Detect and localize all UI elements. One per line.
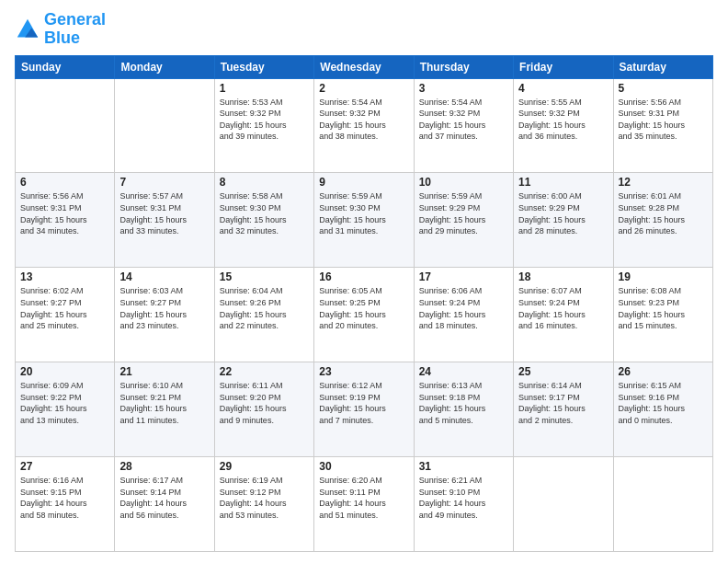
day-info: Sunrise: 6:21 AM Sunset: 9:10 PM Dayligh… (419, 475, 508, 521)
day-number: 2 (319, 82, 408, 95)
day-info: Sunrise: 6:07 AM Sunset: 9:24 PM Dayligh… (518, 285, 608, 331)
day-number: 27 (20, 460, 109, 473)
calendar-cell: 20Sunrise: 6:09 AM Sunset: 9:22 PM Dayli… (16, 362, 115, 457)
day-info: Sunrise: 6:14 AM Sunset: 9:17 PM Dayligh… (518, 380, 608, 426)
day-number: 4 (518, 82, 608, 95)
calendar-cell: 4Sunrise: 5:55 AM Sunset: 9:32 PM Daylig… (514, 78, 613, 173)
day-info: Sunrise: 6:02 AM Sunset: 9:27 PM Dayligh… (20, 285, 109, 331)
calendar-cell: 11Sunrise: 6:00 AM Sunset: 9:29 PM Dayli… (514, 173, 613, 268)
day-number: 28 (119, 460, 209, 473)
day-info: Sunrise: 6:17 AM Sunset: 9:14 PM Dayligh… (119, 475, 209, 521)
day-info: Sunrise: 5:58 AM Sunset: 9:30 PM Dayligh… (220, 190, 309, 236)
calendar-cell: 19Sunrise: 6:08 AM Sunset: 9:23 PM Dayli… (613, 268, 712, 362)
calendar-cell: 21Sunrise: 6:10 AM Sunset: 9:21 PM Dayli… (115, 362, 214, 457)
week-row-5: 27Sunrise: 6:16 AM Sunset: 9:15 PM Dayli… (16, 457, 713, 552)
day-info: Sunrise: 5:56 AM Sunset: 9:31 PM Dayligh… (20, 190, 109, 236)
calendar-cell: 9Sunrise: 5:59 AM Sunset: 9:30 PM Daylig… (314, 173, 414, 268)
calendar-cell (613, 457, 712, 552)
calendar-cell: 3Sunrise: 5:54 AM Sunset: 9:32 PM Daylig… (414, 78, 513, 173)
header: General Blue (15, 11, 713, 48)
day-info: Sunrise: 5:54 AM Sunset: 9:32 PM Dayligh… (419, 97, 508, 143)
logo: General Blue (15, 11, 106, 48)
page: General Blue SundayMondayTuesdayWednesda… (0, 0, 728, 563)
day-number: 8 (220, 176, 309, 189)
day-info: Sunrise: 6:12 AM Sunset: 9:19 PM Dayligh… (319, 380, 408, 426)
weekday-header-wednesday: Wednesday (314, 55, 414, 78)
week-row-2: 6Sunrise: 5:56 AM Sunset: 9:31 PM Daylig… (16, 173, 713, 268)
day-info: Sunrise: 5:57 AM Sunset: 9:31 PM Dayligh… (119, 190, 209, 236)
day-number: 12 (619, 176, 708, 189)
day-info: Sunrise: 5:55 AM Sunset: 9:32 PM Dayligh… (518, 97, 608, 143)
day-number: 6 (20, 176, 109, 189)
calendar-cell: 2Sunrise: 5:54 AM Sunset: 9:32 PM Daylig… (314, 78, 414, 173)
calendar-cell: 27Sunrise: 6:16 AM Sunset: 9:15 PM Dayli… (16, 457, 115, 552)
logo-text: General Blue (44, 11, 106, 48)
day-number: 18 (518, 270, 608, 283)
day-info: Sunrise: 6:11 AM Sunset: 9:20 PM Dayligh… (220, 380, 309, 426)
calendar-cell: 25Sunrise: 6:14 AM Sunset: 9:17 PM Dayli… (514, 362, 613, 457)
day-info: Sunrise: 6:08 AM Sunset: 9:23 PM Dayligh… (619, 285, 708, 331)
day-info: Sunrise: 6:09 AM Sunset: 9:22 PM Dayligh… (20, 380, 109, 426)
day-number: 15 (220, 270, 309, 283)
day-info: Sunrise: 5:59 AM Sunset: 9:30 PM Dayligh… (319, 190, 408, 236)
weekday-header-tuesday: Tuesday (214, 55, 313, 78)
day-number: 19 (619, 270, 708, 283)
calendar-cell: 28Sunrise: 6:17 AM Sunset: 9:14 PM Dayli… (115, 457, 214, 552)
calendar-cell: 6Sunrise: 5:56 AM Sunset: 9:31 PM Daylig… (16, 173, 115, 268)
week-row-3: 13Sunrise: 6:02 AM Sunset: 9:27 PM Dayli… (16, 268, 713, 362)
day-info: Sunrise: 5:59 AM Sunset: 9:29 PM Dayligh… (419, 190, 508, 236)
logo-icon (15, 17, 40, 42)
day-info: Sunrise: 6:05 AM Sunset: 9:25 PM Dayligh… (319, 285, 408, 331)
calendar-cell: 15Sunrise: 6:04 AM Sunset: 9:26 PM Dayli… (214, 268, 313, 362)
weekday-header-monday: Monday (115, 55, 214, 78)
weekday-header-row: SundayMondayTuesdayWednesdayThursdayFrid… (16, 55, 713, 78)
weekday-header-friday: Friday (514, 55, 613, 78)
calendar-cell: 13Sunrise: 6:02 AM Sunset: 9:27 PM Dayli… (16, 268, 115, 362)
day-info: Sunrise: 6:03 AM Sunset: 9:27 PM Dayligh… (119, 285, 209, 331)
day-number: 21 (119, 365, 209, 378)
day-info: Sunrise: 5:54 AM Sunset: 9:32 PM Dayligh… (319, 97, 408, 143)
day-number: 16 (319, 270, 408, 283)
day-info: Sunrise: 6:06 AM Sunset: 9:24 PM Dayligh… (419, 285, 508, 331)
day-number: 29 (220, 460, 309, 473)
day-number: 13 (20, 270, 109, 283)
day-number: 30 (319, 460, 408, 473)
day-info: Sunrise: 6:00 AM Sunset: 9:29 PM Dayligh… (518, 190, 608, 236)
weekday-header-thursday: Thursday (414, 55, 513, 78)
day-info: Sunrise: 5:56 AM Sunset: 9:31 PM Dayligh… (619, 97, 708, 143)
day-number: 9 (319, 176, 408, 189)
day-info: Sunrise: 6:19 AM Sunset: 9:12 PM Dayligh… (220, 475, 309, 521)
day-number: 17 (419, 270, 508, 283)
day-number: 20 (20, 365, 109, 378)
day-info: Sunrise: 6:01 AM Sunset: 9:28 PM Dayligh… (619, 190, 708, 236)
day-number: 23 (319, 365, 408, 378)
calendar-cell: 29Sunrise: 6:19 AM Sunset: 9:12 PM Dayli… (214, 457, 313, 552)
day-info: Sunrise: 6:10 AM Sunset: 9:21 PM Dayligh… (119, 380, 209, 426)
calendar-cell: 1Sunrise: 5:53 AM Sunset: 9:32 PM Daylig… (214, 78, 313, 173)
day-info: Sunrise: 6:20 AM Sunset: 9:11 PM Dayligh… (319, 475, 408, 521)
day-number: 5 (619, 82, 708, 95)
day-number: 24 (419, 365, 508, 378)
calendar-cell: 8Sunrise: 5:58 AM Sunset: 9:30 PM Daylig… (214, 173, 313, 268)
calendar-table: SundayMondayTuesdayWednesdayThursdayFrid… (15, 55, 713, 552)
calendar-cell: 31Sunrise: 6:21 AM Sunset: 9:10 PM Dayli… (414, 457, 513, 552)
calendar-cell (16, 78, 115, 173)
calendar-cell: 5Sunrise: 5:56 AM Sunset: 9:31 PM Daylig… (613, 78, 712, 173)
day-number: 22 (220, 365, 309, 378)
calendar-cell: 7Sunrise: 5:57 AM Sunset: 9:31 PM Daylig… (115, 173, 214, 268)
day-number: 25 (518, 365, 608, 378)
calendar-cell: 26Sunrise: 6:15 AM Sunset: 9:16 PM Dayli… (613, 362, 712, 457)
day-info: Sunrise: 6:13 AM Sunset: 9:18 PM Dayligh… (419, 380, 508, 426)
calendar-cell: 18Sunrise: 6:07 AM Sunset: 9:24 PM Dayli… (514, 268, 613, 362)
week-row-1: 1Sunrise: 5:53 AM Sunset: 9:32 PM Daylig… (16, 78, 713, 173)
calendar-cell: 14Sunrise: 6:03 AM Sunset: 9:27 PM Dayli… (115, 268, 214, 362)
day-number: 3 (419, 82, 508, 95)
week-row-4: 20Sunrise: 6:09 AM Sunset: 9:22 PM Dayli… (16, 362, 713, 457)
weekday-header-saturday: Saturday (613, 55, 712, 78)
day-info: Sunrise: 6:04 AM Sunset: 9:26 PM Dayligh… (220, 285, 309, 331)
day-number: 1 (220, 82, 309, 95)
day-number: 10 (419, 176, 508, 189)
day-number: 26 (619, 365, 708, 378)
day-number: 14 (119, 270, 209, 283)
calendar-cell: 17Sunrise: 6:06 AM Sunset: 9:24 PM Dayli… (414, 268, 513, 362)
